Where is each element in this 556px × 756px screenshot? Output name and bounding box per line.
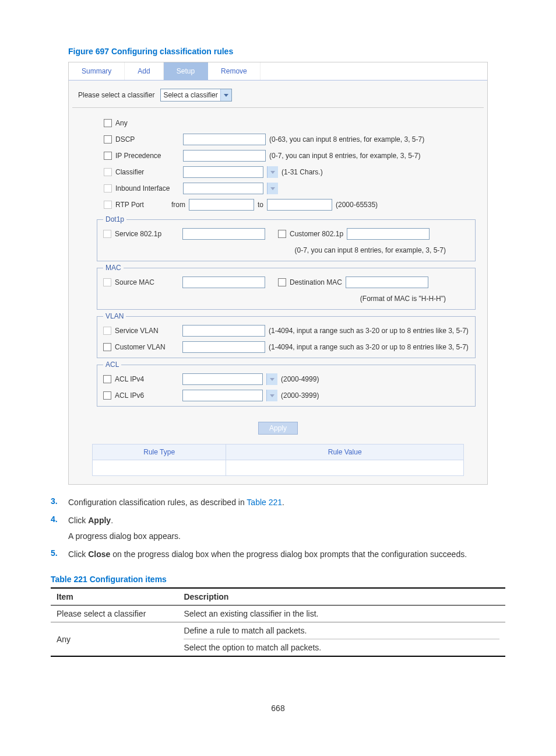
aclv6-field[interactable] bbox=[182, 390, 263, 401]
cvlan-checkbox[interactable] bbox=[103, 343, 111, 351]
service8021p-field[interactable] bbox=[182, 228, 265, 240]
classifier-select[interactable]: Select a classifier bbox=[160, 89, 231, 102]
dstmac-label: Destination MAC bbox=[290, 278, 342, 286]
any-label: Any bbox=[115, 119, 180, 127]
step-number: 4. bbox=[51, 514, 68, 542]
chevron-down-icon[interactable] bbox=[266, 373, 277, 385]
svg-marker-1 bbox=[270, 171, 275, 174]
chevron-down-icon[interactable] bbox=[267, 166, 278, 178]
dscp-checkbox[interactable] bbox=[104, 135, 112, 144]
dscp-hint: (0-63, you can input 8 entries, for exam… bbox=[269, 135, 424, 144]
step-text: Click bbox=[68, 550, 88, 559]
rtp-from-field[interactable] bbox=[189, 199, 254, 211]
mac-hint: (Format of MAC is "H-H-H") bbox=[360, 295, 446, 303]
config-cell: Please select a classifier bbox=[51, 606, 178, 622]
step-bold: Apply bbox=[88, 516, 111, 525]
tab-setup[interactable]: Setup bbox=[164, 62, 208, 80]
ipprec-label: IP Precedence bbox=[115, 152, 180, 160]
service8021p-checkbox[interactable] bbox=[103, 230, 111, 238]
svlan-label: Service VLAN bbox=[115, 327, 179, 335]
dot1p-hint: (0-7, you can input 8 entries, for examp… bbox=[295, 246, 446, 254]
config-panel: Summary Add Setup Remove Please select a… bbox=[68, 62, 488, 485]
tab-summary[interactable]: Summary bbox=[69, 62, 125, 80]
classifier-label: Classifier bbox=[115, 168, 180, 176]
svg-marker-0 bbox=[224, 94, 228, 97]
customer8021p-field[interactable] bbox=[347, 228, 430, 240]
any-checkbox[interactable] bbox=[104, 119, 112, 127]
aclv6-checkbox[interactable] bbox=[103, 391, 111, 400]
cvlan-field[interactable] bbox=[182, 341, 265, 353]
config-cell: Define a rule to match all packets. Sele… bbox=[178, 622, 505, 657]
ipprec-hint: (0-7, you can input 8 entries, for examp… bbox=[269, 152, 420, 160]
tab-add[interactable]: Add bbox=[125, 62, 163, 80]
step-subtext: A progress dialog box appears. bbox=[68, 530, 505, 542]
mac-group: MAC Source MAC Destination MAC (Format o… bbox=[97, 264, 476, 310]
svg-marker-3 bbox=[270, 378, 275, 381]
inbound-checkbox[interactable] bbox=[104, 184, 112, 192]
svg-marker-2 bbox=[270, 187, 275, 190]
steps-list: 3. Configuration classification rules, a… bbox=[51, 496, 505, 561]
step-number: 3. bbox=[51, 496, 68, 509]
classifier-select-label: Please select a classifier bbox=[78, 91, 154, 99]
vlan-group: VLAN Service VLAN (1-4094, input a range… bbox=[97, 312, 476, 358]
classifier-select-value: Select a classifier bbox=[161, 91, 220, 99]
customer8021p-checkbox[interactable] bbox=[278, 230, 286, 238]
step-text: Click bbox=[68, 516, 88, 525]
inbound-label: Inbound Interface bbox=[115, 184, 180, 192]
table-221-link[interactable]: Table 221 bbox=[247, 498, 282, 507]
config-cell: Select an existing classifier in the lis… bbox=[178, 606, 505, 622]
service8021p-label: Service 802.1p bbox=[115, 230, 179, 238]
svlan-checkbox[interactable] bbox=[103, 327, 111, 335]
rtp-checkbox[interactable] bbox=[104, 201, 112, 209]
step-text: . bbox=[282, 498, 284, 507]
aclv4-field[interactable] bbox=[182, 373, 263, 385]
rtp-hint: (2000-65535) bbox=[336, 201, 378, 209]
acl-group: ACL ACL IPv4 (2000-4999) ACL IPv6 bbox=[97, 360, 476, 407]
ipprec-field[interactable] bbox=[183, 150, 266, 162]
dscp-field[interactable] bbox=[183, 134, 266, 145]
step-number: 5. bbox=[51, 548, 68, 561]
rules-table: Rule Type Rule Value bbox=[92, 444, 464, 476]
step-text: Configuration classification rules, as d… bbox=[68, 498, 247, 507]
inbound-field[interactable] bbox=[183, 183, 263, 194]
aclv4-checkbox[interactable] bbox=[103, 375, 111, 383]
table-title: Table 221 Configuration items bbox=[51, 575, 505, 584]
srcmac-field[interactable] bbox=[182, 276, 265, 288]
dscp-label: DSCP bbox=[115, 135, 180, 144]
chevron-down-icon[interactable] bbox=[266, 390, 277, 401]
rules-col-type: Rule Type bbox=[93, 444, 226, 460]
step-text: . bbox=[111, 516, 113, 525]
aclv6-hint: (2000-3999) bbox=[281, 391, 319, 400]
aclv4-hint: (2000-4999) bbox=[281, 375, 319, 383]
step-text: on the progress dialog box when the prog… bbox=[110, 550, 467, 559]
rtp-from-label: from bbox=[171, 201, 185, 209]
tabbar: Summary Add Setup Remove bbox=[69, 62, 487, 80]
cvlan-hint: (1-4094, input a range such as 3-20 or u… bbox=[269, 343, 469, 351]
classifier-field[interactable] bbox=[183, 166, 263, 178]
config-items-table: Item Description Please select a classif… bbox=[51, 587, 505, 657]
step-bold: Close bbox=[88, 550, 110, 559]
aclv6-label: ACL IPv6 bbox=[115, 391, 179, 400]
config-header-item: Item bbox=[51, 588, 178, 606]
chevron-down-icon[interactable] bbox=[267, 183, 278, 194]
acl-legend: ACL bbox=[103, 360, 121, 369]
rtp-to-label: to bbox=[258, 201, 263, 209]
dstmac-field[interactable] bbox=[346, 276, 428, 288]
srcmac-checkbox[interactable] bbox=[103, 278, 111, 286]
svg-marker-4 bbox=[270, 394, 275, 397]
config-cell: Any bbox=[51, 622, 178, 657]
svlan-field[interactable] bbox=[182, 325, 265, 337]
tab-remove[interactable]: Remove bbox=[208, 62, 261, 80]
dot1p-group: Dot1p Service 802.1p Customer 802.1p (0-… bbox=[97, 215, 476, 261]
figure-title: Figure 697 Configuring classification ru… bbox=[68, 47, 505, 56]
classifier-checkbox[interactable] bbox=[104, 168, 112, 176]
rtp-to-field[interactable] bbox=[267, 199, 332, 211]
cvlan-label: Customer VLAN bbox=[115, 343, 179, 351]
config-cell-line: Select the option to match all packets. bbox=[184, 643, 499, 652]
apply-button[interactable]: Apply bbox=[258, 422, 298, 435]
ipprec-checkbox[interactable] bbox=[104, 152, 112, 160]
vlan-legend: VLAN bbox=[103, 312, 126, 320]
chevron-down-icon bbox=[220, 89, 231, 101]
dstmac-checkbox[interactable] bbox=[278, 278, 286, 286]
classifier-hint: (1-31 Chars.) bbox=[281, 168, 323, 176]
